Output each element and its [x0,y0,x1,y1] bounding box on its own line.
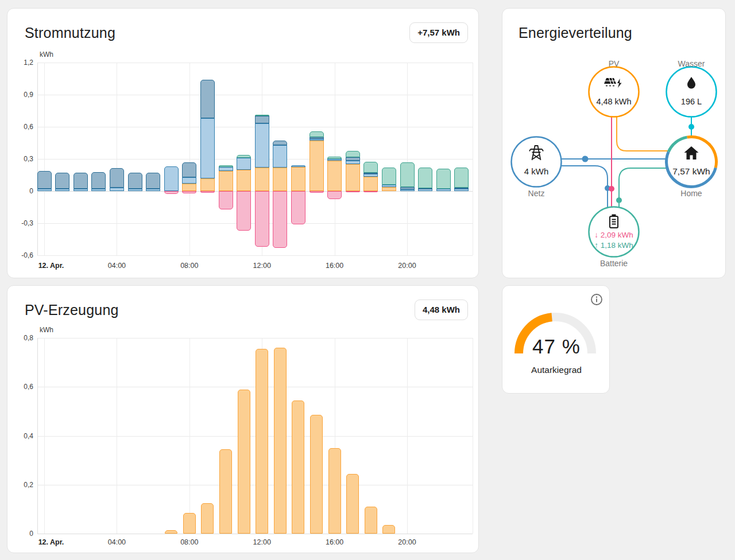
y-axis-tick-label: 1,2 [10,59,33,67]
bar-segment[interactable] [219,167,233,171]
bar-segment[interactable] [91,172,106,189]
bar-segment[interactable] [400,187,415,189]
bar-segment[interactable] [310,191,324,193]
bar-segment[interactable] [255,115,269,116]
bar-segment[interactable] [363,173,378,174]
bar-segment[interactable] [55,189,69,191]
bar-segment[interactable] [255,191,269,247]
bar-segment[interactable] [74,173,88,189]
bar-segment[interactable] [346,164,360,191]
bar-segment[interactable] [363,191,378,192]
bar-segment[interactable] [237,158,251,170]
bar-segment[interactable] [382,187,396,191]
bar-segment[interactable] [255,123,269,168]
bar-segment[interactable] [327,191,342,199]
bar-segment[interactable] [274,348,287,534]
bar-segment[interactable] [291,167,305,191]
bar-segment[interactable] [365,507,377,534]
bar-segment[interactable] [128,189,142,191]
bar-segment[interactable] [55,173,69,189]
bar-segment[interactable] [310,137,324,139]
bar-segment[interactable] [310,131,324,137]
pv-circle[interactable] [589,67,639,117]
bar-segment[interactable] [346,151,360,157]
bar-segment[interactable] [273,168,287,191]
bar-segment[interactable] [128,173,142,189]
bar-segment[interactable] [200,118,215,178]
bar-segment[interactable] [255,168,269,191]
node-netz[interactable]: 4 kWh [512,137,562,187]
bar-segment[interactable] [346,474,359,534]
bar-segment[interactable] [164,166,179,191]
bar-segment[interactable] [454,188,469,189]
bar-segment[interactable] [418,168,432,188]
bar-segment[interactable] [110,168,124,188]
node-home[interactable]: 7,57 kWh [663,133,721,191]
bar-segment[interactable] [219,171,233,191]
bar-segment[interactable] [183,513,196,534]
wasser-circle[interactable] [667,67,717,117]
bar-segment[interactable] [310,141,324,191]
bar-segment[interactable] [165,530,177,534]
bar-segment[interactable] [238,390,250,534]
bar-segment[interactable] [382,525,395,534]
bar-segment[interactable] [292,400,304,534]
bar-segment[interactable] [182,191,196,193]
bar-segment[interactable] [382,185,396,188]
bar-segment[interactable] [327,159,342,161]
node-batterie[interactable]: ↓ 2,09 kWh ↑ 1,18 kWh [589,207,639,257]
bar-segment[interactable] [310,139,324,141]
bar-segment[interactable] [273,141,287,145]
bar-segment[interactable] [255,116,269,123]
bar-segment[interactable] [182,162,196,177]
bar-segment[interactable] [201,503,214,534]
bar-segment[interactable] [346,157,360,161]
bar-segment[interactable] [436,169,451,189]
bar-segment[interactable] [200,80,215,118]
bar-segment[interactable] [146,173,160,189]
pv-chart[interactable]: 0,80,60,40,2012. Apr.04:0008:0012:0016:0… [7,286,479,554]
stromnutzung-chart[interactable]: 1,20,90,60,30-0,3-0,612. Apr.04:0008:001… [7,9,479,277]
bar-segment[interactable] [256,349,268,534]
info-icon[interactable] [590,293,604,306]
bar-segment[interactable] [400,189,415,191]
bar-segment[interactable] [327,157,342,159]
netz-circle[interactable] [512,137,562,187]
bar-segment[interactable] [346,161,360,165]
bar-segment[interactable] [74,189,88,191]
bar-segment[interactable] [346,191,360,192]
bar-segment[interactable] [110,188,124,191]
bar-segment[interactable] [37,189,52,191]
bar-segment[interactable] [219,449,232,534]
bar-segment[interactable] [310,415,323,534]
bar-segment[interactable] [382,168,396,185]
bar-segment[interactable] [273,191,287,248]
bar-segment[interactable] [400,162,415,188]
bar-segment[interactable] [363,174,378,177]
bar-segment[interactable] [219,191,233,209]
bar-segment[interactable] [237,191,251,231]
bar-segment[interactable] [328,448,341,534]
bar-segment[interactable] [91,189,106,191]
node-wasser[interactable]: 196 L [667,67,717,117]
bar-segment[interactable] [200,178,215,191]
bar-segment[interactable] [363,177,378,191]
bar-segment[interactable] [273,145,287,168]
bar-segment[interactable] [182,177,196,184]
bar-segment[interactable] [454,168,469,188]
bar-segment[interactable] [182,184,196,191]
bar-segment[interactable] [37,171,52,189]
bar-segment[interactable] [454,189,469,191]
bar-segment[interactable] [146,189,160,191]
bar-segment[interactable] [291,165,305,167]
bar-segment[interactable] [291,191,305,224]
bar-segment[interactable] [418,188,432,189]
bar-segment[interactable] [237,155,251,158]
bar-segment[interactable] [327,161,342,191]
bar-segment[interactable] [363,162,378,173]
bar-segment[interactable] [164,191,179,194]
bar-segment[interactable] [436,189,451,191]
bar-segment[interactable] [219,165,233,167]
bar-segment[interactable] [200,191,215,193]
bar-segment[interactable] [237,170,251,191]
